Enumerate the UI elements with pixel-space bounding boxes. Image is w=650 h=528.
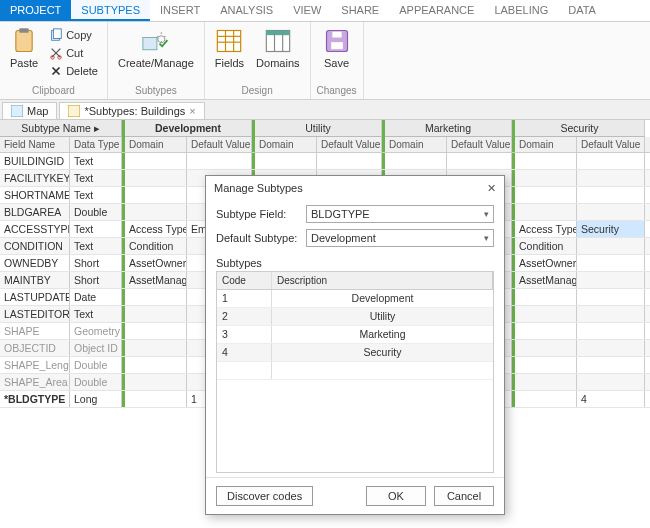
- grid-group-header: Subtype Name ▸ Development Utility Marke…: [0, 120, 650, 137]
- subtype-row-empty[interactable]: [217, 362, 493, 380]
- ribbon-tab-appearance[interactable]: APPEARANCE: [389, 0, 484, 21]
- create-manage-button[interactable]: Create/Manage: [114, 25, 198, 71]
- dialog-title-text: Manage Subtypes: [214, 182, 303, 195]
- svg-rect-18: [332, 32, 341, 38]
- col-security[interactable]: Security: [515, 120, 645, 137]
- ribbon-tab-view[interactable]: VIEW: [283, 0, 331, 21]
- paste-button[interactable]: Paste: [6, 25, 42, 71]
- default-subtype-select[interactable]: Development▾: [306, 229, 494, 247]
- col-marketing[interactable]: Marketing: [385, 120, 512, 137]
- subtype-field-select[interactable]: BLDGTYPE▾: [306, 205, 494, 223]
- default-subtype-label: Default Subtype:: [216, 232, 306, 244]
- svg-rect-13: [266, 31, 289, 36]
- clipboard-group-label: Clipboard: [32, 85, 75, 96]
- svg-rect-7: [218, 31, 241, 52]
- col-development[interactable]: Development: [125, 120, 252, 137]
- delete-button[interactable]: Delete: [46, 63, 101, 79]
- svg-rect-20: [68, 105, 80, 117]
- subtype-field-label: Subtype Field:: [216, 208, 306, 220]
- grid-sub-header: Field Name Data Type Domain Default Valu…: [0, 137, 650, 153]
- manage-subtypes-dialog: Manage Subtypes ✕ Subtype Field: BLDGTYP…: [205, 175, 505, 515]
- description-header[interactable]: Description: [272, 272, 493, 289]
- subtype-name-header[interactable]: Subtype Name ▸: [0, 120, 122, 137]
- table-icon: [68, 105, 80, 117]
- save-button[interactable]: Save: [319, 25, 355, 71]
- paste-label: Paste: [10, 57, 38, 69]
- ok-button[interactable]: OK: [366, 486, 426, 506]
- close-icon[interactable]: ×: [189, 105, 195, 117]
- subtypes-group: Create/Manage Subtypes: [108, 22, 205, 99]
- subtype-row[interactable]: 3Marketing: [217, 326, 493, 344]
- subtype-row[interactable]: 2Utility: [217, 308, 493, 326]
- svg-rect-17: [331, 42, 343, 49]
- map-icon: [11, 105, 23, 117]
- svg-rect-19: [11, 105, 23, 117]
- ribbon-tabs: PROJECTSUBTYPESINSERTANALYSISVIEWSHAREAP…: [0, 0, 650, 22]
- copy-button[interactable]: Copy: [46, 27, 101, 43]
- ribbon-tab-project[interactable]: PROJECT: [0, 0, 71, 21]
- ribbon-tab-analysis[interactable]: ANALYSIS: [210, 0, 283, 21]
- svg-rect-0: [16, 31, 32, 52]
- subtype-row[interactable]: 1Development: [217, 290, 493, 308]
- subtypes-tab[interactable]: *Subtypes: Buildings ×: [59, 102, 204, 119]
- dialog-titlebar: Manage Subtypes ✕: [206, 176, 504, 201]
- clipboard-group: Paste Copy Cut Delete Clipboard: [0, 22, 108, 99]
- ribbon-tab-share[interactable]: SHARE: [331, 0, 389, 21]
- document-tabs: Map *Subtypes: Buildings ×: [0, 100, 650, 120]
- chevron-down-icon: ▾: [484, 233, 489, 243]
- col-utility[interactable]: Utility: [255, 120, 382, 137]
- cancel-button[interactable]: Cancel: [434, 486, 494, 506]
- svg-rect-1: [19, 28, 28, 33]
- svg-rect-6: [143, 38, 157, 50]
- subtypes-section-label: Subtypes: [216, 257, 494, 269]
- domains-button[interactable]: Domains: [252, 25, 303, 71]
- ribbon-tab-insert[interactable]: INSERT: [150, 0, 210, 21]
- discover-codes-button[interactable]: Discover codes: [216, 486, 313, 506]
- fields-button[interactable]: Fields: [211, 25, 248, 71]
- table-row[interactable]: BUILDINGIDText: [0, 153, 650, 170]
- design-group: Fields Domains Design: [205, 22, 311, 99]
- map-tab[interactable]: Map: [2, 102, 57, 119]
- ribbon-content: Paste Copy Cut Delete Clipboard Create/M…: [0, 22, 650, 100]
- code-header[interactable]: Code: [217, 272, 272, 289]
- changes-group: Save Changes: [311, 22, 364, 99]
- cut-button[interactable]: Cut: [46, 45, 101, 61]
- ribbon-tab-subtypes[interactable]: SUBTYPES: [71, 0, 150, 21]
- ribbon-tab-labeling[interactable]: LABELING: [484, 0, 558, 21]
- chevron-down-icon: ▾: [484, 209, 489, 219]
- svg-rect-3: [54, 29, 62, 39]
- ribbon-tab-data[interactable]: DATA: [558, 0, 606, 21]
- subtype-row[interactable]: 4Security: [217, 344, 493, 362]
- close-icon[interactable]: ✕: [487, 182, 496, 195]
- subtypes-table: Code Description 1Development2Utility3Ma…: [216, 271, 494, 473]
